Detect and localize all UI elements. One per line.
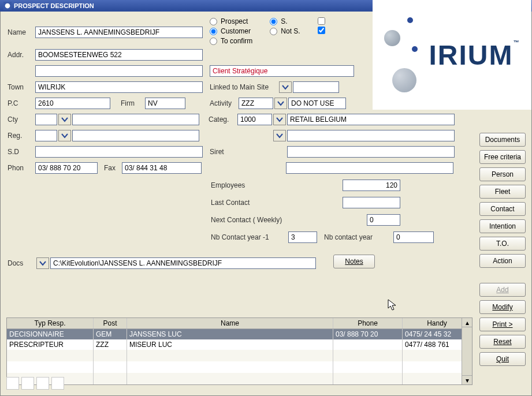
radio-prospect[interactable]: Prospect xyxy=(210,17,252,25)
town-label: Town xyxy=(8,83,35,91)
brand-logo: IRIUM™ xyxy=(373,0,531,110)
sd-field[interactable] xyxy=(35,146,203,158)
phon-label: Phon xyxy=(8,164,35,172)
window-title: PROSPECT DESCRIPTION xyxy=(14,2,94,9)
linked-lookup-button[interactable] xyxy=(279,81,292,93)
contact-button[interactable]: Contact xyxy=(479,202,526,216)
categ-label: Categ. xyxy=(209,115,237,124)
table-row[interactable]: PRESCRIPTEUR ZZZ MISEUR LUC 0477/ 488 76… xyxy=(7,339,472,350)
sd-label: S.D xyxy=(8,148,35,156)
siret2-field[interactable] xyxy=(286,162,453,174)
firm-label: Firm xyxy=(110,99,145,107)
radio-customer[interactable]: Customer xyxy=(210,27,252,35)
name-field[interactable] xyxy=(35,27,203,38)
footer-status-boxes xyxy=(6,377,66,390)
nbyear_1-field[interactable] xyxy=(288,231,317,243)
modify-button[interactable]: Modify xyxy=(479,300,526,314)
cursor-icon xyxy=(388,299,398,312)
scroll-up-icon[interactable]: ▴ xyxy=(462,318,472,327)
lastcontact-field[interactable] xyxy=(343,197,400,208)
siret-field[interactable] xyxy=(287,146,455,158)
phon-field[interactable] xyxy=(35,162,98,174)
svg-point-1 xyxy=(5,3,10,9)
radio-not-s[interactable]: Not S. xyxy=(270,27,300,35)
reg-label: Reg. xyxy=(8,132,35,140)
name-label: Name xyxy=(8,28,35,36)
categ-lookup-button[interactable] xyxy=(273,114,286,125)
table-row[interactable] xyxy=(7,373,472,384)
scroll-down-icon[interactable]: ▾ xyxy=(462,375,472,384)
pc-field[interactable] xyxy=(35,98,110,109)
linked-label: Linked to Main Site xyxy=(210,83,278,91)
reg-desc-field[interactable] xyxy=(72,130,199,141)
checkbox-2[interactable] xyxy=(318,27,329,34)
siret-label: Siret xyxy=(210,148,287,156)
extra-lookup-button[interactable] xyxy=(273,130,286,141)
nbyear-label: Nb contact year xyxy=(324,233,393,241)
docs-field[interactable] xyxy=(50,257,316,269)
lastcontact-label: Last Contact xyxy=(211,199,343,207)
table-row[interactable]: DECISIONNAIRE GEM JANSSENS LUC 03/ 888 7… xyxy=(7,329,472,339)
activity-field[interactable] xyxy=(239,98,273,109)
fax-field[interactable] xyxy=(122,162,202,174)
reg-lookup-button[interactable] xyxy=(58,130,71,141)
docs-lookup-button[interactable] xyxy=(36,257,49,269)
categ-desc-field[interactable] xyxy=(287,114,455,125)
grid-header: Typ Resp. Post Name Phone Handy xyxy=(7,318,472,329)
radio-s[interactable]: S. xyxy=(270,17,300,25)
employees-field[interactable] xyxy=(343,180,400,191)
employees-label: Employees xyxy=(211,181,343,189)
table-row[interactable] xyxy=(7,361,472,373)
reset-button[interactable]: Reset xyxy=(479,335,526,349)
fax-label: Fax xyxy=(98,164,122,172)
cty-desc-field[interactable] xyxy=(72,114,199,125)
town-field[interactable] xyxy=(35,81,203,93)
docs-label: Docs xyxy=(8,259,35,267)
grid-scrollbar[interactable]: ▴ ▾ xyxy=(462,318,472,384)
activity-lookup-button[interactable] xyxy=(274,98,287,109)
categ-field[interactable] xyxy=(237,114,272,125)
linked-field[interactable] xyxy=(293,81,339,93)
radio-toconfirm[interactable]: To confirm xyxy=(210,37,252,45)
cty-label: Cty xyxy=(8,115,35,124)
quit-button[interactable]: Quit xyxy=(479,352,526,366)
documents-button[interactable]: Documents xyxy=(479,133,526,147)
addr2-field[interactable] xyxy=(35,65,203,77)
print-button[interactable]: Print > xyxy=(479,317,526,331)
pc-label: P.C xyxy=(8,99,35,107)
contacts-grid[interactable]: Typ Resp. Post Name Phone Handy DECISION… xyxy=(6,317,473,385)
app-icon xyxy=(3,2,12,10)
addr1-field[interactable] xyxy=(35,49,203,61)
activity-desc-field[interactable] xyxy=(288,98,346,109)
to-button[interactable]: T.O. xyxy=(479,237,526,251)
action-button[interactable]: Action xyxy=(479,254,526,268)
nbyear_1-label: Nb Contact year -1 xyxy=(211,233,288,241)
table-row[interactable] xyxy=(7,350,472,361)
add-button[interactable]: Add xyxy=(479,283,526,297)
nextcontact-field[interactable] xyxy=(367,214,400,226)
status-text-field[interactable] xyxy=(210,65,354,77)
checkbox-1[interactable] xyxy=(318,17,329,25)
nbyear-field[interactable] xyxy=(393,231,434,243)
free-criteria-button[interactable]: Free criteria xyxy=(479,150,526,164)
addr-label: Addr. xyxy=(8,51,35,59)
intention-button[interactable]: Intention xyxy=(479,219,526,233)
person-button[interactable]: Person xyxy=(479,167,526,181)
firm-field[interactable] xyxy=(145,98,185,109)
fleet-button[interactable]: Fleet xyxy=(479,185,526,199)
reg-field[interactable] xyxy=(35,130,57,141)
notes-button[interactable]: Notes xyxy=(333,255,375,268)
cty-lookup-button[interactable] xyxy=(58,114,71,125)
extra-field[interactable] xyxy=(287,130,455,141)
cty-field[interactable] xyxy=(35,114,57,125)
nextcontact-label: Next Contact ( Weekly) xyxy=(211,216,367,224)
activity-label: Activity xyxy=(210,99,239,107)
